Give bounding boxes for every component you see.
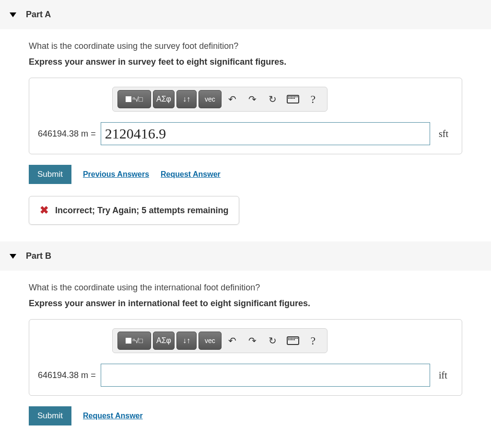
part-b-body: What is the coordinate using the interna… [0,271,491,442]
part-a-header[interactable]: Part A [0,0,491,29]
reset-icon[interactable]: ↻ [264,332,282,350]
part-a-body: What is the coordinate using the survey … [0,29,491,241]
instruction-text: Express your answer in survey feet to ei… [29,57,462,67]
subscript-button[interactable]: ↓↑ [176,90,197,108]
help-icon[interactable]: ? [304,332,322,350]
greek-button[interactable]: ΑΣφ [153,90,175,108]
undo-icon[interactable]: ↶ [223,90,242,108]
equation-toolbar: ⁿ√□ ΑΣφ ↓↑ vec ↶ ↷ ↻ ? [112,87,327,112]
part-b-header[interactable]: Part B [0,241,491,271]
templates-button[interactable]: ⁿ√□ [117,90,151,108]
answer-box: ⁿ√□ ΑΣφ ↓↑ vec ↶ ↷ ↻ ? 646194.38 m = ift [29,319,462,396]
lhs-label: 646194.38 m = [38,129,96,139]
submit-button[interactable]: Submit [29,406,71,425]
templates-button[interactable]: ⁿ√□ [117,332,151,350]
submit-button[interactable]: Submit [29,165,71,184]
unit-label: ift [439,370,453,381]
answer-row: 646194.38 m = ift [38,364,453,387]
greek-button[interactable]: ΑΣφ [153,332,175,350]
keyboard-icon[interactable] [284,90,302,108]
instruction-text: Express your answer in international fee… [29,299,462,309]
caret-down-icon [10,254,16,259]
undo-icon[interactable]: ↶ [223,332,242,350]
template-icon: ⁿ√□ [126,95,142,103]
question-text: What is the coordinate using the interna… [29,283,462,293]
vec-button[interactable]: vec [199,90,222,108]
part-title: Part B [26,251,51,261]
unit-label: sft [439,128,453,139]
redo-icon[interactable]: ↷ [244,332,262,350]
feedback-text: Incorrect; Try Again; 5 attempts remaini… [55,206,228,216]
subscript-button[interactable]: ↓↑ [176,332,197,350]
previous-answers-link[interactable]: Previous Answers [83,170,149,179]
part-title: Part A [26,10,51,20]
feedback-box: ✖ Incorrect; Try Again; 5 attempts remai… [29,196,239,225]
vec-button[interactable]: vec [199,332,222,350]
answer-input[interactable] [101,122,430,145]
request-answer-link[interactable]: Request Answer [83,412,143,420]
caret-down-icon [10,12,16,17]
question-text: What is the coordinate using the survey … [29,41,462,51]
redo-icon[interactable]: ↷ [244,90,262,108]
answer-row: 646194.38 m = sft [38,122,453,145]
help-icon[interactable]: ? [304,90,322,108]
request-answer-link[interactable]: Request Answer [161,170,221,179]
button-row: Submit Previous Answers Request Answer [29,165,462,184]
lhs-label: 646194.38 m = [38,370,96,380]
button-row: Submit Request Answer [29,406,462,425]
template-icon: ⁿ√□ [126,337,142,345]
keyboard-icon[interactable] [284,332,302,350]
answer-input[interactable] [101,364,430,387]
answer-box: ⁿ√□ ΑΣφ ↓↑ vec ↶ ↷ ↻ ? 646194.38 m = sft [29,78,462,154]
reset-icon[interactable]: ↻ [264,90,282,108]
equation-toolbar: ⁿ√□ ΑΣφ ↓↑ vec ↶ ↷ ↻ ? [112,328,327,353]
incorrect-icon: ✖ [40,204,48,217]
